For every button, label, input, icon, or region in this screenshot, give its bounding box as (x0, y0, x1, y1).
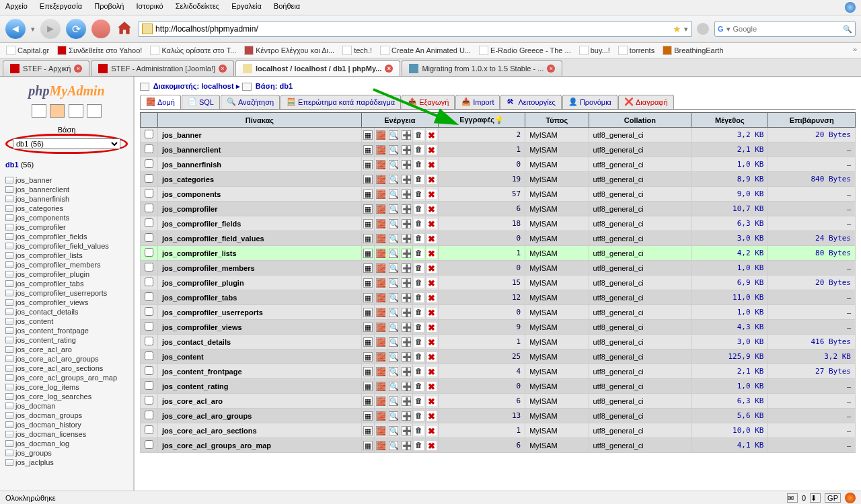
action-browse[interactable]: ▦ (361, 364, 374, 379)
action-search[interactable]: 🔍 (387, 246, 400, 261)
row-checkbox[interactable] (145, 130, 153, 138)
th-records[interactable]: Εγγραφές💡 (438, 113, 525, 128)
action-search[interactable]: 🔍 (387, 438, 400, 453)
sidebar-table-item[interactable]: jos_content (5, 317, 129, 326)
action-insert[interactable]: ➕ (400, 261, 412, 276)
action-empty[interactable]: 🗑 (412, 142, 425, 157)
sidebar-table-item[interactable]: jos_groups (5, 448, 129, 458)
action-insert[interactable]: ➕ (400, 349, 412, 364)
action-empty[interactable]: 🗑 (412, 290, 425, 305)
action-browse[interactable]: ▦ (361, 142, 374, 157)
action-structure[interactable]: 🧱 (374, 172, 387, 187)
action-empty[interactable]: 🗑 (412, 276, 425, 290)
tab-close-icon[interactable]: × (385, 65, 393, 73)
sidebar-table-item[interactable]: jos_bannerclient (5, 185, 129, 194)
bookmark-item[interactable]: Create An Animated U... (378, 45, 473, 56)
query-window-icon[interactable] (87, 104, 102, 118)
action-insert[interactable]: ➕ (400, 231, 412, 246)
cell-tablename[interactable]: jos_core_acl_aro_sections (158, 423, 362, 438)
row-checkbox[interactable] (145, 440, 153, 449)
action-search[interactable]: 🔍 (387, 187, 400, 202)
action-structure[interactable]: 🧱 (374, 335, 387, 349)
search-input[interactable] (733, 25, 840, 33)
url-bar[interactable]: ★ ▾ (139, 21, 691, 37)
action-search[interactable]: 🔍 (387, 128, 400, 142)
action-browse[interactable]: ▦ (361, 290, 374, 305)
action-search[interactable]: 🔍 (387, 364, 400, 379)
action-empty[interactable]: 🗑 (412, 231, 425, 246)
home-icon[interactable] (32, 104, 46, 118)
row-checkbox[interactable] (145, 144, 153, 153)
action-structure[interactable]: 🧱 (374, 349, 387, 364)
action-search[interactable]: 🔍 (387, 394, 400, 409)
action-empty[interactable]: 🗑 (412, 172, 425, 187)
action-empty[interactable]: 🗑 (412, 409, 425, 423)
sidebar-table-item[interactable]: jos_contact_details (5, 307, 129, 317)
bookmarks-overflow[interactable]: » (853, 45, 857, 56)
action-empty[interactable]: 🗑 (412, 320, 425, 335)
action-structure[interactable]: 🧱 (374, 231, 387, 246)
row-checkbox[interactable] (145, 351, 153, 360)
cell-overhead[interactable]: 20 Bytes (768, 128, 856, 142)
sidebar-table-item[interactable]: jos_docman_groups (5, 411, 129, 420)
action-drop[interactable]: ✖ (425, 187, 438, 202)
action-search[interactable]: 🔍 (387, 276, 400, 290)
db-select[interactable]: db1 (56) (13, 138, 120, 149)
action-drop[interactable]: ✖ (425, 157, 438, 172)
sidebar-table-item[interactable]: jos_comprofiler_members (5, 260, 129, 269)
cell-tablename[interactable]: jos_comprofiler_tabs (158, 290, 362, 305)
action-structure[interactable]: 🧱 (374, 216, 387, 231)
row-checkbox[interactable] (145, 248, 153, 257)
bookmark-item[interactable]: Κέντρο Ελέγχου και Δι... (242, 45, 336, 56)
bookmark-item[interactable]: Καλώς ορίσατε στο Τ... (148, 45, 238, 56)
cell-overhead[interactable]: 20 Bytes (768, 276, 856, 290)
action-search[interactable]: 🔍 (387, 409, 400, 423)
sidebar-table-item[interactable]: jos_comprofiler_userreports (5, 288, 129, 298)
cell-tablename[interactable]: jos_content_frontpage (158, 364, 362, 379)
action-browse[interactable]: ▦ (361, 409, 374, 423)
action-browse[interactable]: ▦ (361, 394, 374, 409)
action-browse[interactable]: ▦ (361, 335, 374, 349)
sidebar-table-item[interactable]: jos_core_log_searches (5, 392, 129, 401)
action-drop[interactable]: ✖ (425, 423, 438, 438)
action-structure[interactable]: 🧱 (374, 290, 387, 305)
cell-tablename[interactable]: jos_comprofiler (158, 202, 362, 216)
row-checkbox[interactable] (145, 322, 153, 331)
action-empty[interactable]: 🗑 (412, 305, 425, 320)
action-drop[interactable]: ✖ (425, 202, 438, 216)
action-browse[interactable]: ▦ (361, 231, 374, 246)
action-drop[interactable]: ✖ (425, 438, 438, 453)
action-structure[interactable]: 🧱 (374, 364, 387, 379)
sidebar-table-item[interactable]: jos_docman_history (5, 420, 129, 429)
action-insert[interactable]: ➕ (400, 216, 412, 231)
action-drop[interactable]: ✖ (425, 409, 438, 423)
action-insert[interactable]: ➕ (400, 438, 412, 453)
action-empty[interactable]: 🗑 (412, 349, 425, 364)
bookmark-item[interactable]: BreathingEarth (661, 45, 725, 56)
action-drop[interactable]: ✖ (425, 320, 438, 335)
action-search[interactable]: 🔍 (387, 231, 400, 246)
action-browse[interactable]: ▦ (361, 202, 374, 216)
action-browse[interactable]: ▦ (361, 128, 374, 142)
sidebar-table-item[interactable]: jos_components (5, 213, 129, 222)
sql-icon[interactable] (50, 104, 65, 118)
action-empty[interactable]: 🗑 (412, 394, 425, 409)
cell-overhead[interactable]: 416 Bytes (768, 335, 856, 349)
action-structure[interactable]: 🧱 (374, 142, 387, 157)
action-structure[interactable]: 🧱 (374, 305, 387, 320)
row-checkbox[interactable] (145, 233, 153, 242)
cell-size[interactable]: 1,0 KB (691, 305, 768, 320)
action-drop[interactable]: ✖ (425, 276, 438, 290)
action-insert[interactable]: ➕ (400, 290, 412, 305)
action-search[interactable]: 🔍 (387, 320, 400, 335)
bookmark-item[interactable]: Capital.gr (4, 45, 51, 56)
sidebar-table-item[interactable]: jos_core_acl_aro_groups (5, 354, 129, 364)
row-checkbox[interactable] (145, 425, 153, 434)
sidebar-table-item[interactable]: jos_bannerfinish (5, 194, 129, 204)
row-checkbox[interactable] (145, 159, 153, 168)
cell-size[interactable]: 125,9 KB (691, 349, 768, 364)
search-bar[interactable]: G▾ 🔍 (714, 21, 856, 37)
action-insert[interactable]: ➕ (400, 364, 412, 379)
action-empty[interactable]: 🗑 (412, 216, 425, 231)
row-checkbox[interactable] (145, 204, 153, 212)
